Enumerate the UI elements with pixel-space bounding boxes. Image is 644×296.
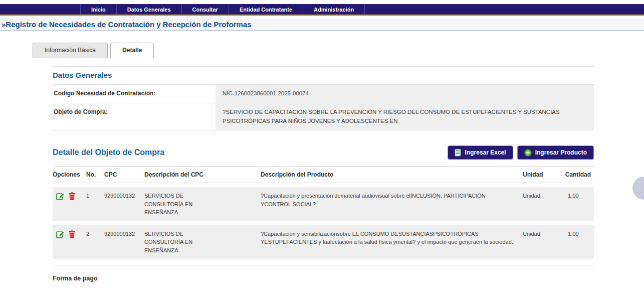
field-label: Objeto de Compra:: [53, 103, 216, 130]
main-panel: Información Básica Detalle Datos General…: [33, 42, 621, 296]
field-value: NIC-1260023860001-2025-00074: [216, 85, 594, 103]
nav-item-label: Administración: [314, 7, 354, 13]
col-descripcion-cpc: Descripción del CPC: [144, 167, 261, 183]
excel-icon: [455, 149, 462, 157]
delete-icon[interactable]: [68, 230, 76, 238]
row-number: 2: [86, 225, 104, 259]
table-body: 1 9290000132 SERVICIOS DE CONSULTORÍA EN…: [53, 187, 594, 259]
row-cpc-description: SERVICIOS DE CONSULTORÍA EN ENSEÑANZA: [144, 192, 200, 217]
row-unidad: Unidad: [523, 187, 556, 221]
col-no: No.: [86, 167, 104, 183]
page-title: »Registro de Necesidades de Contratación…: [2, 20, 252, 29]
plus-icon: [524, 149, 532, 157]
row-product-description: ?Capacitación y presentación dematerial …: [261, 192, 520, 208]
tab-detalle[interactable]: Detalle: [110, 43, 154, 58]
nav-item[interactable]: Entidad Contratante: [229, 4, 303, 15]
page-title-bar: »Registro de Necesidades de Contratación…: [0, 19, 644, 31]
field-row: Código Necesidad de Contratación: NIC-12…: [53, 85, 594, 103]
top-navbar: Inicio Datos Generales Consultar Entidad…: [0, 4, 644, 15]
detalle-heading: Detalle del Objeto de Compra: [53, 148, 164, 157]
detalle-header-row: Detalle del Objeto de Compra Ingresar Ex…: [53, 145, 594, 160]
col-cantidad: Cantidad: [556, 167, 594, 183]
row-unidad: Unidad: [523, 225, 556, 259]
form-top-divider: [53, 66, 594, 67]
row-cpc: 9290000132: [104, 187, 144, 221]
col-descripcion-producto: Descripción del Producto: [261, 167, 523, 183]
col-opciones: Opciones: [53, 167, 86, 183]
forma-de-pago-label: Forma de pago: [53, 275, 594, 282]
col-unidad: Unidad: [523, 167, 556, 183]
row-cantidad: 1.00: [556, 187, 594, 221]
row-product-description: ?Capacitación y sensibilizaciónsobre EL …: [261, 230, 520, 246]
field-row: Objeto de Compra: ?SERVICIO DE CAPACITAC…: [53, 103, 594, 131]
tab-informacion-basica[interactable]: Información Básica: [33, 43, 108, 58]
nav-item-label: Consultar: [192, 7, 218, 13]
field-value: ?SERVICIO DE CAPACITACIÓN SOBRE LA PREVE…: [216, 103, 594, 130]
floating-widget[interactable]: [632, 177, 644, 200]
table-row: 1 9290000132 SERVICIOS DE CONSULTORÍA EN…: [53, 187, 594, 221]
edit-icon[interactable]: [56, 230, 65, 238]
row-options-cell: [53, 187, 86, 221]
row-cpc: 9290000132: [104, 225, 144, 259]
ingresar-producto-label: Ingresar Producto: [535, 149, 587, 156]
nav-item[interactable]: Inicio: [80, 4, 117, 15]
table-bottom-divider: [53, 265, 594, 265]
table-header: Opciones No. CPC Descripción del CPC Des…: [53, 166, 594, 183]
ingresar-excel-label: Ingresar Excel: [465, 149, 506, 156]
nav-item[interactable]: Consultar: [182, 4, 229, 15]
nav-item-label: Datos Generales: [127, 7, 171, 13]
nav-item-label: Inicio: [91, 7, 106, 13]
row-number: 1: [86, 187, 104, 221]
panel-body: Datos Generales Código Necesidad de Cont…: [33, 58, 621, 296]
gold-divider: [0, 15, 644, 16]
nav-item[interactable]: Administración: [303, 4, 365, 15]
datos-generales-heading: Datos Generales: [53, 71, 594, 79]
detalle-buttons: Ingresar Excel Ingresar Producto: [448, 145, 594, 160]
datos-generales-fields: Código Necesidad de Contratación: NIC-12…: [53, 85, 594, 130]
row-cpc-description: SERVICIOS DE CONSULTORÍA EN ENSEÑANZA: [144, 230, 200, 255]
ingresar-excel-button[interactable]: Ingresar Excel: [448, 145, 513, 160]
table-row: 2 9290000132 SERVICIOS DE CONSULTORÍA EN…: [53, 225, 594, 259]
nav-item-label: Entidad Contratante: [240, 7, 292, 13]
ingresar-producto-button[interactable]: Ingresar Producto: [517, 145, 594, 160]
field-label: Código Necesidad de Contratación:: [53, 85, 216, 103]
tab-strip: Información Básica Detalle: [33, 42, 621, 58]
row-cantidad: 1.00: [556, 225, 594, 259]
edit-icon[interactable]: [56, 192, 65, 200]
nav-item[interactable]: Datos Generales: [117, 4, 182, 15]
col-cpc: CPC: [104, 167, 144, 183]
row-options-cell: [53, 225, 86, 259]
delete-icon[interactable]: [68, 192, 76, 200]
